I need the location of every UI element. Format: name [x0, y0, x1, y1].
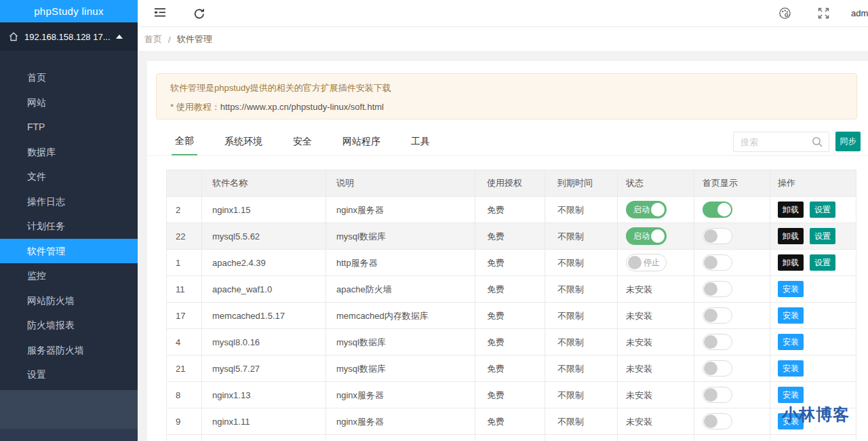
sidebar-footer-strip	[0, 429, 138, 441]
status-text: 未安装	[626, 390, 652, 400]
sidebar-item-firewall-report[interactable]: 防火墙报表	[0, 313, 138, 338]
row-index: 17	[167, 303, 202, 328]
settings-button[interactable]: 设置	[810, 254, 835, 271]
sidebar-item-website[interactable]: 网站	[0, 90, 138, 115]
empty-cell	[475, 435, 545, 441]
sidebar-item-database[interactable]: 数据库	[0, 140, 138, 165]
home-display-cell	[694, 250, 770, 275]
table-row: 22mysql5.5.62mysql数据库免费不限制启动卸载设置	[167, 223, 856, 249]
notice-line1: 软件管理是phpstudy提供的相关的官方扩展插件安装下载	[170, 82, 843, 94]
install-button[interactable]: 安装	[778, 281, 804, 297]
column-header: 说明	[326, 170, 475, 196]
uninstall-button[interactable]: 卸载	[778, 254, 804, 271]
home-display-toggle[interactable]	[703, 413, 732, 429]
software-name: mysql5.5.62	[202, 223, 326, 249]
sidebar-item-website-firewall[interactable]: 网站防火墙	[0, 288, 138, 313]
license: 免费	[475, 408, 545, 434]
sidebar-item-home[interactable]: 首页	[0, 65, 138, 90]
search-icon[interactable]	[812, 136, 823, 148]
column-header: 软件名称	[202, 170, 326, 196]
row-index: 8	[167, 382, 202, 408]
software-name: memcached1.5.17	[202, 303, 326, 328]
install-button[interactable]: 安装	[778, 360, 804, 377]
breadcrumb-home-link[interactable]: 首页	[144, 33, 162, 45]
column-header: 到期时间	[545, 170, 618, 196]
home-display-toggle[interactable]	[703, 228, 732, 244]
empty-cell	[167, 435, 202, 441]
toggle-knob	[704, 229, 717, 243]
sidebar-item-files[interactable]: 文件	[0, 164, 138, 189]
theme-palette-icon[interactable]	[778, 7, 791, 20]
table-row: 2nginx1.15nginx服务器免费不限制启动卸载设置	[167, 196, 856, 223]
home-display-toggle[interactable]	[703, 307, 732, 324]
row-index: 2	[167, 197, 202, 223]
actions-cell: 卸载设置	[770, 250, 856, 275]
search-box	[733, 132, 829, 152]
column-header	[167, 170, 202, 196]
home-display-toggle[interactable]	[703, 360, 732, 377]
home-display-toggle[interactable]	[703, 387, 732, 403]
expire-time: 不限制	[545, 408, 618, 434]
empty-cell	[694, 435, 770, 441]
tab-web-apps[interactable]: 网站程序	[339, 128, 384, 155]
sidebar-item-cron[interactable]: 计划任务	[0, 214, 138, 239]
fullscreen-icon[interactable]	[818, 7, 829, 19]
tab-all[interactable]: 全部	[172, 128, 197, 155]
software-desc: mysql数据库	[326, 223, 475, 249]
sync-button[interactable]: 同步	[835, 132, 861, 151]
search-input[interactable]	[734, 132, 807, 151]
home-display-cell	[694, 223, 770, 249]
sidebar-item-monitor[interactable]: 监控	[0, 263, 138, 288]
status-cell: 未安装	[618, 329, 694, 355]
home-display-toggle[interactable]	[703, 202, 732, 218]
server-selector[interactable]: 192.168.158.128 17...	[0, 22, 138, 51]
tutorial-label: * 使用教程：	[170, 102, 220, 112]
table-row: 21mysql5.7.27mysql数据库免费不限制未安装安装	[167, 355, 856, 381]
sidebar-item-settings[interactable]: 设置	[0, 362, 138, 387]
watermark: 小林博客	[782, 404, 850, 425]
toggle-knob	[717, 203, 731, 216]
home-display-toggle[interactable]	[703, 281, 732, 297]
home-display-toggle[interactable]	[703, 334, 732, 350]
home-display-cell	[694, 197, 770, 223]
settings-button[interactable]: 设置	[810, 228, 835, 244]
status-cell: 启动	[618, 223, 694, 249]
collapse-menu-icon[interactable]	[154, 7, 166, 18]
status-switch[interactable]: 停止	[626, 254, 667, 271]
column-header: 使用授权	[475, 170, 545, 196]
status-switch[interactable]: 启动	[626, 227, 667, 245]
home-display-cell	[694, 382, 770, 408]
tab-system-env[interactable]: 系统环境	[221, 128, 266, 155]
install-button[interactable]: 安装	[778, 387, 804, 403]
switch-knob	[651, 229, 665, 243]
actions-cell: 安装	[770, 329, 856, 355]
sidebar-item-software[interactable]: 软件管理	[0, 239, 138, 264]
settings-button[interactable]: 设置	[810, 202, 835, 218]
table-row: 1apache2.4.39http服务器免费不限制停止卸载设置	[167, 249, 856, 275]
software-desc: mysql数据库	[326, 329, 475, 355]
uninstall-button[interactable]: 卸载	[778, 202, 804, 218]
license: 免费	[475, 356, 545, 381]
tab-tools[interactable]: 工具	[408, 128, 433, 155]
status-switch-label: 启动	[633, 227, 650, 245]
sidebar-item-ftp[interactable]: FTP	[0, 115, 138, 140]
home-display-toggle[interactable]	[703, 254, 732, 271]
expire-time: 不限制	[545, 329, 618, 355]
status-switch[interactable]: 启动	[626, 201, 667, 218]
sidebar-item-operation-log[interactable]: 操作日志	[0, 189, 138, 214]
license: 免费	[475, 303, 545, 328]
tab-security[interactable]: 安全	[290, 128, 315, 155]
install-button[interactable]: 安装	[778, 307, 804, 324]
software-desc: nginx服务器	[326, 408, 475, 434]
uninstall-button[interactable]: 卸载	[778, 228, 804, 244]
license: 免费	[475, 329, 545, 355]
license: 免费	[475, 197, 545, 223]
breadcrumb-separator: /	[168, 35, 171, 45]
switch-knob	[651, 203, 665, 216]
username[interactable]: admin	[851, 0, 868, 27]
table-row: 17memcached1.5.17memcached内存数据库免费不限制未安装安…	[167, 302, 856, 328]
row-index: 21	[167, 356, 202, 381]
install-button[interactable]: 安装	[778, 334, 804, 350]
refresh-icon[interactable]	[193, 7, 205, 20]
sidebar-item-server-firewall[interactable]: 服务器防火墙	[0, 338, 138, 363]
